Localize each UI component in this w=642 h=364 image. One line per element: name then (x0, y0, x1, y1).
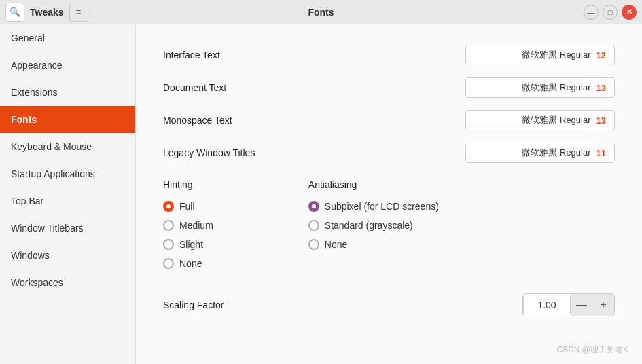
titlebar-right: — □ ✕ (501, 5, 637, 20)
antialiasing-none[interactable]: None (308, 236, 439, 253)
antialiasing-label: Antialiasing (308, 179, 439, 190)
antialiasing-standard-radio (308, 220, 319, 231)
sidebar-item-fonts[interactable]: Fonts (0, 106, 135, 133)
scaling-factor-label: Scaling Factor (163, 299, 224, 310)
titlebar-left: 🔍 Tweaks ≡ (5, 3, 141, 22)
hinting-group: Hinting Full Medium Slight None (163, 179, 213, 272)
antialiasing-subpixel-radio (308, 201, 319, 212)
sidebar-item-window-titlebars[interactable]: Window Titlebars (0, 215, 135, 242)
legacy-window-titles-size: 11 (596, 148, 606, 158)
interface-text-size: 12 (596, 50, 606, 60)
scaling-increase-button[interactable]: + (592, 294, 614, 316)
app-title: Tweaks (30, 7, 64, 18)
antialiasing-subpixel[interactable]: Subpixel (for LCD screens) (308, 198, 439, 215)
monospace-text-row: Monospace Text 微软雅黑 Regular 13 (163, 110, 615, 130)
minimize-button[interactable]: — (584, 5, 599, 20)
close-button[interactable]: ✕ (622, 5, 637, 20)
sidebar-item-keyboard-mouse[interactable]: Keyboard & Mouse (0, 133, 135, 160)
sidebar-item-startup-applications[interactable]: Startup Applications (0, 160, 135, 187)
antialiasing-none-radio (308, 239, 319, 250)
scaling-control: 1.00 — + (522, 293, 615, 316)
sidebar-item-extensions[interactable]: Extensions (0, 79, 135, 106)
hinting-medium[interactable]: Medium (163, 217, 213, 234)
content-area: Interface Text 微软雅黑 Regular 12 Document … (136, 24, 642, 364)
sidebar-item-top-bar[interactable]: Top Bar (0, 187, 135, 215)
document-text-label: Document Text (163, 82, 226, 93)
document-text-selector[interactable]: 微软雅黑 Regular 13 (465, 77, 615, 98)
sidebar: GeneralAppearanceExtensionsFontsKeyboard… (0, 24, 136, 364)
monospace-text-value: 微软雅黑 Regular (522, 114, 590, 126)
antialiasing-group: Antialiasing Subpixel (for LCD screens) … (308, 179, 439, 272)
document-text-size: 13 (596, 83, 606, 93)
interface-text-row: Interface Text 微软雅黑 Regular 12 (163, 45, 615, 65)
sidebar-item-general[interactable]: General (0, 24, 135, 52)
hinting-none-label: None (179, 258, 202, 269)
legacy-window-titles-label: Legacy Window Titles (163, 147, 255, 158)
hinting-slight[interactable]: Slight (163, 236, 213, 253)
maximize-button[interactable]: □ (603, 5, 618, 20)
sidebar-item-appearance[interactable]: Appearance (0, 52, 135, 79)
scaling-decrease-button[interactable]: — (571, 294, 592, 316)
scaling-factor-value: 1.00 (523, 296, 571, 314)
legacy-window-titles-row: Legacy Window Titles 微软雅黑 Regular 11 (163, 143, 615, 163)
titlebar: 🔍 Tweaks ≡ Fonts — □ ✕ (0, 0, 642, 24)
hinting-slight-label: Slight (179, 239, 203, 250)
hinting-none[interactable]: None (163, 255, 213, 272)
hinting-full-label: Full (179, 201, 195, 212)
interface-text-value: 微软雅黑 Regular (522, 49, 590, 61)
monospace-text-selector[interactable]: 微软雅黑 Regular 13 (465, 110, 615, 130)
scaling-row: Scaling Factor 1.00 — + (163, 293, 615, 316)
search-button[interactable]: 🔍 (5, 3, 24, 22)
antialiasing-none-label: None (325, 239, 347, 250)
interface-text-label: Interface Text (163, 50, 220, 60)
hinting-full-radio (163, 201, 174, 212)
search-icon: 🔍 (10, 7, 20, 17)
sidebar-item-workspaces[interactable]: Workspaces (0, 269, 135, 296)
antialiasing-standard[interactable]: Standard (grayscale) (308, 217, 439, 234)
options-row: Hinting Full Medium Slight None (163, 179, 615, 272)
interface-text-selector[interactable]: 微软雅黑 Regular 12 (465, 45, 615, 65)
hinting-none-radio (163, 258, 174, 269)
legacy-window-titles-selector[interactable]: 微软雅黑 Regular 11 (465, 143, 615, 163)
watermark: CSDN @理工男老K (556, 344, 628, 356)
document-text-row: Document Text 微软雅黑 Regular 13 (163, 77, 615, 98)
hinting-full[interactable]: Full (163, 198, 213, 215)
main-layout: GeneralAppearanceExtensionsFontsKeyboard… (0, 24, 642, 364)
hinting-medium-radio (163, 220, 174, 231)
hinting-label: Hinting (163, 179, 213, 190)
hinting-medium-label: Medium (179, 220, 213, 231)
hinting-slight-radio (163, 239, 174, 250)
antialiasing-subpixel-label: Subpixel (for LCD screens) (325, 201, 439, 212)
document-text-value: 微软雅黑 Regular (522, 81, 590, 94)
monospace-text-label: Monospace Text (163, 115, 232, 126)
menu-icon: ≡ (76, 7, 82, 17)
monospace-text-size: 13 (596, 115, 606, 126)
legacy-window-titles-value: 微软雅黑 Regular (522, 147, 590, 159)
antialiasing-standard-label: Standard (grayscale) (325, 220, 413, 231)
page-title: Fonts (141, 7, 501, 18)
sidebar-item-windows[interactable]: Windows (0, 242, 135, 269)
menu-button[interactable]: ≡ (69, 3, 88, 22)
